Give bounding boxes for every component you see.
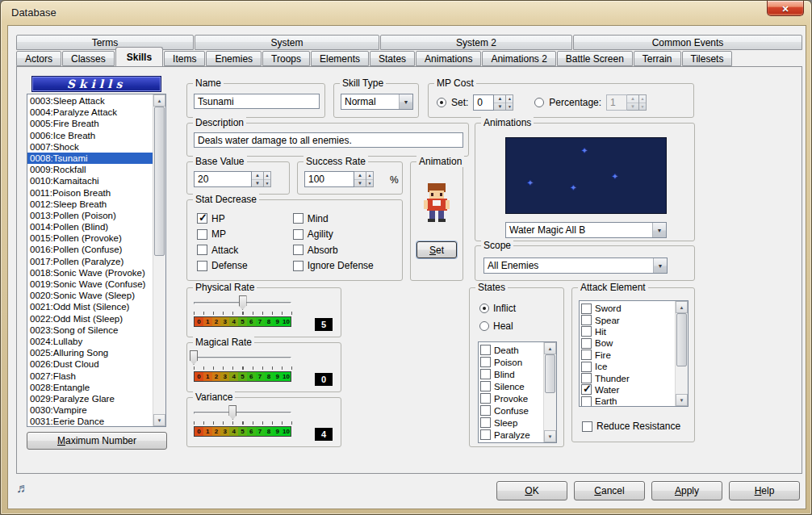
element-checkbox-row[interactable]: Sword bbox=[580, 303, 675, 314]
apply-button[interactable]: Apply bbox=[651, 481, 722, 500]
tab[interactable]: Actors bbox=[16, 51, 61, 66]
mp-set-input[interactable] bbox=[473, 94, 494, 111]
skill-type-dropdown[interactable]: Normal ▼ bbox=[341, 94, 413, 110]
inflict-option[interactable]: Inflict bbox=[479, 303, 516, 314]
tab[interactable]: Skills bbox=[115, 47, 163, 66]
spin-up-down-buttons[interactable]: ▲▼ bbox=[494, 94, 506, 111]
tab[interactable]: Enemies bbox=[206, 51, 262, 66]
element-checkbox-row[interactable]: Water bbox=[580, 384, 675, 396]
tab[interactable]: Tilesets bbox=[682, 51, 733, 66]
element-scrollbar[interactable]: ▲ ▼ bbox=[675, 301, 688, 406]
stat-checkbox-row[interactable]: Attack bbox=[197, 245, 248, 255]
mp-percentage-radio[interactable] bbox=[534, 98, 544, 107]
element-checkbox-row[interactable]: Earth bbox=[580, 396, 675, 406]
skill-list-item[interactable]: 0018:Sonic Wave (Provoke) bbox=[27, 267, 153, 278]
stat-checkbox-row[interactable]: Absorb bbox=[293, 245, 374, 255]
stat-checkbox-row[interactable]: Ignore Defense bbox=[293, 261, 374, 271]
tab[interactable]: Common Events bbox=[573, 35, 802, 50]
skill-list-item[interactable]: 0008:Tsunami bbox=[27, 153, 153, 164]
checkbox[interactable] bbox=[197, 245, 207, 255]
scroll-track[interactable] bbox=[676, 313, 688, 394]
close-button[interactable]: ✕ bbox=[767, 1, 804, 16]
scroll-up-icon[interactable]: ▲ bbox=[544, 342, 556, 354]
element-checkbox-row[interactable]: Fire bbox=[580, 350, 675, 361]
checkbox[interactable] bbox=[480, 369, 491, 379]
skill-list-item[interactable]: 0011:Poison Breath bbox=[27, 187, 153, 199]
scroll-up-icon[interactable]: ▲ bbox=[676, 301, 688, 313]
tab[interactable]: Terms bbox=[16, 35, 194, 50]
checkbox[interactable] bbox=[197, 213, 207, 224]
attack-element-list[interactable]: SwordSpearHitBowFireIceThunderWaterEarth… bbox=[579, 300, 689, 407]
chevron-down-icon[interactable]: ▼ bbox=[399, 94, 412, 109]
scroll-down-icon[interactable]: ▼ bbox=[676, 394, 688, 406]
spin-up-down-buttons[interactable]: ▲▼ bbox=[627, 94, 639, 111]
scope-dropdown[interactable]: All Enemies ▼ bbox=[483, 258, 668, 274]
spin-up-down-buttons[interactable]: ▲▼ bbox=[252, 171, 264, 187]
checkbox[interactable] bbox=[581, 304, 592, 314]
checkbox[interactable] bbox=[480, 393, 491, 404]
skill-list[interactable]: 0003:Sleep Attack0004:Paralyze Attack000… bbox=[27, 94, 166, 427]
tab[interactable]: Battle Screen bbox=[557, 51, 633, 66]
mp-percentage-input[interactable] bbox=[606, 94, 627, 111]
skill-list-scrollbar[interactable]: ▲ ▼ bbox=[153, 94, 165, 426]
scroll-thumb[interactable] bbox=[545, 354, 555, 393]
scroll-track[interactable] bbox=[544, 354, 556, 430]
scroll-track[interactable] bbox=[153, 107, 165, 414]
state-checkbox-row[interactable]: Confuse bbox=[479, 404, 543, 417]
checkbox[interactable] bbox=[197, 261, 207, 271]
skill-name-input[interactable] bbox=[194, 94, 320, 109]
skill-list-item[interactable]: 0010:Kamaitachi bbox=[27, 175, 153, 186]
skill-list-item[interactable]: 0003:Sleep Attack bbox=[27, 95, 153, 107]
state-checkbox-row[interactable]: Paralyze bbox=[479, 429, 543, 441]
state-checkbox-row[interactable]: Death bbox=[479, 344, 543, 356]
checkbox[interactable] bbox=[581, 396, 592, 406]
ok-button[interactable]: OK bbox=[496, 481, 567, 500]
skill-list-item[interactable]: 0014:Pollen (Blind) bbox=[27, 221, 153, 232]
heal-radio[interactable] bbox=[479, 321, 489, 331]
base-value-input[interactable] bbox=[194, 171, 252, 187]
help-button[interactable]: Help bbox=[729, 481, 800, 500]
spin-grip[interactable]: ▲▼ bbox=[264, 171, 271, 187]
skill-list-item[interactable]: 0025:Alluring Song bbox=[27, 347, 153, 358]
checkbox[interactable] bbox=[480, 381, 491, 391]
checkbox[interactable] bbox=[197, 229, 207, 240]
scroll-thumb[interactable] bbox=[676, 313, 687, 366]
tab[interactable]: Elements bbox=[311, 51, 369, 66]
skill-list-item[interactable]: 0031:Eerie Dance bbox=[27, 416, 153, 426]
checkbox[interactable] bbox=[480, 417, 491, 428]
element-checkbox-row[interactable]: Bow bbox=[580, 337, 675, 349]
slider-thumb[interactable] bbox=[190, 350, 198, 365]
element-checkbox-row[interactable]: Spear bbox=[580, 314, 675, 325]
skill-list-item[interactable]: 0028:Entangle bbox=[27, 382, 153, 393]
checkbox[interactable] bbox=[581, 373, 592, 383]
skill-list-item[interactable]: 0020:Sonic Wave (Sleep) bbox=[27, 290, 153, 301]
tab[interactable]: Animations bbox=[416, 51, 481, 66]
spin-grip[interactable]: ▲▼ bbox=[639, 94, 647, 111]
skill-list-item[interactable]: 0030:Vampire bbox=[27, 404, 153, 416]
spin-grip[interactable]: ▲▼ bbox=[366, 171, 374, 187]
skill-list-item[interactable]: 0015:Pollen (Provoke) bbox=[27, 232, 153, 244]
tab[interactable]: System bbox=[195, 35, 379, 50]
checkbox[interactable] bbox=[480, 405, 491, 416]
skill-list-item[interactable]: 0029:Paralyze Glare bbox=[27, 393, 153, 404]
description-input[interactable] bbox=[194, 132, 463, 148]
stat-checkbox-row[interactable]: HP bbox=[197, 213, 248, 224]
checkbox[interactable] bbox=[293, 261, 303, 271]
checkbox[interactable] bbox=[293, 229, 303, 240]
scroll-up-icon[interactable]: ▲ bbox=[153, 94, 165, 107]
chevron-down-icon[interactable]: ▼ bbox=[652, 223, 666, 237]
spin-up-down-buttons[interactable]: ▲▼ bbox=[354, 171, 366, 187]
skill-list-item[interactable]: 0005:Fire Breath bbox=[27, 118, 153, 129]
skill-list-item[interactable]: 0026:Dust Cloud bbox=[27, 358, 153, 370]
set-animation-button[interactable]: Set bbox=[416, 241, 457, 258]
checkbox[interactable] bbox=[581, 350, 592, 360]
state-checkbox-row[interactable]: Blind bbox=[479, 368, 543, 380]
stat-checkbox-row[interactable]: MP bbox=[197, 229, 248, 240]
skill-list-item[interactable]: 0016:Pollen (Confuse) bbox=[27, 244, 153, 255]
skill-list-item[interactable]: 0017:Pollen (Paralyze) bbox=[27, 256, 153, 267]
skill-list-item[interactable]: 0021:Odd Mist (Silence) bbox=[27, 301, 153, 312]
checkbox[interactable] bbox=[581, 315, 592, 325]
spin-grip[interactable]: ▲▼ bbox=[506, 94, 513, 111]
skill-list-item[interactable]: 0024:Lullaby bbox=[27, 336, 153, 347]
reduce-resistance-checkbox[interactable] bbox=[582, 421, 592, 432]
